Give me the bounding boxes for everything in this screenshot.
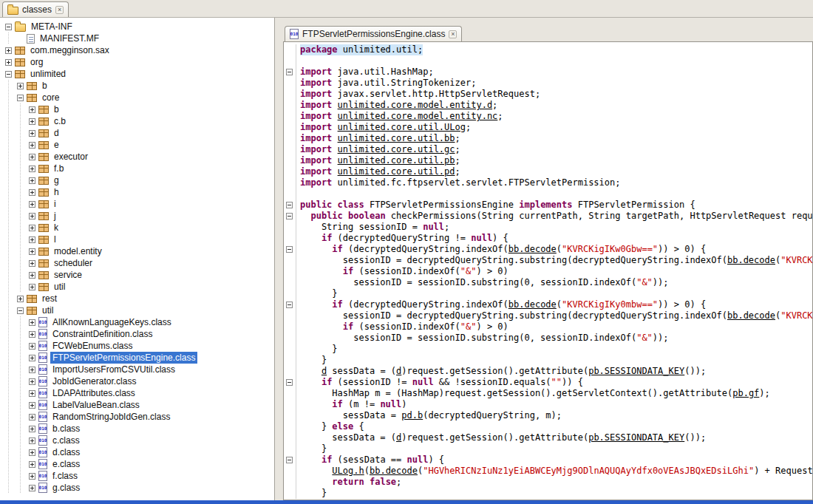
tree-item[interactable]: ConstraintDefinition.class <box>3 328 274 340</box>
expand-toggle-icon[interactable] <box>29 355 35 361</box>
tree-item[interactable]: d.class <box>3 446 274 458</box>
expand-toggle-icon[interactable] <box>29 473 35 480</box>
tree-item[interactable]: util <box>3 304 274 316</box>
tree-item[interactable]: g <box>3 174 274 186</box>
expand-toggle-icon[interactable] <box>29 106 35 113</box>
tree-item[interactable]: service <box>3 269 274 281</box>
expand-toggle-icon[interactable] <box>29 118 35 125</box>
code-hyperlink[interactable]: unlimited.core.model.entity.nc <box>338 111 498 121</box>
expand-toggle-icon[interactable] <box>29 390 35 397</box>
tree-item-label[interactable]: FTPServletPermissionsEngine.class <box>50 352 197 364</box>
tree-item[interactable]: FTPServletPermissionsEngine.class <box>3 352 274 364</box>
tree-item[interactable]: JobIdGenerator.class <box>3 375 274 387</box>
tree-item[interactable]: g.class <box>3 482 274 494</box>
tree-item-label[interactable]: c.class <box>50 435 82 446</box>
tree-item-label[interactable]: ConstraintDefinition.class <box>50 328 154 340</box>
code-hyperlink[interactable]: bb.decode <box>508 244 557 254</box>
tree-item-label[interactable]: b <box>40 80 50 92</box>
tree-item[interactable]: h <box>3 186 274 198</box>
tree-item-label[interactable]: executor <box>52 151 90 163</box>
tree-item-label[interactable]: model.entity <box>52 245 104 257</box>
code-hyperlink[interactable]: ULog.h <box>332 466 364 476</box>
expand-toggle-icon[interactable] <box>29 130 35 137</box>
tree-item-label[interactable]: j <box>52 210 58 222</box>
expand-toggle-icon[interactable] <box>29 272 35 279</box>
tree-item[interactable]: b <box>3 80 274 92</box>
tree-item-label[interactable]: scheduler <box>52 257 95 269</box>
expand-toggle-icon[interactable] <box>29 437 35 444</box>
package-explorer-tree[interactable]: META-INFMANIFEST.MFcom.megginson.saxorgu… <box>0 18 275 500</box>
code-hyperlink[interactable]: pb.SESSIONDATA_KEY <box>588 432 684 443</box>
code-hyperlink[interactable]: unlimited.core.util.gc <box>338 144 455 154</box>
expand-toggle-icon[interactable] <box>29 343 35 350</box>
expand-toggle-icon[interactable] <box>29 402 35 409</box>
decompiled-source-view[interactable]: package unlimited.util;import java.util.… <box>283 42 813 500</box>
expand-toggle-icon[interactable] <box>29 378 35 385</box>
code-hyperlink[interactable]: bb.decode <box>370 466 418 476</box>
tree-item-label[interactable]: com.megginson.sax <box>28 44 112 56</box>
split-handle[interactable] <box>275 18 283 500</box>
tree-item-label[interactable]: unlimited <box>28 68 68 80</box>
tree-item[interactable]: ImportUsersFromCSVUtil.class <box>3 364 274 375</box>
tree-item-label[interactable]: core <box>40 92 61 103</box>
tree-item[interactable]: c.class <box>3 435 274 446</box>
expand-toggle-icon[interactable] <box>29 367 35 373</box>
expand-toggle-icon[interactable] <box>29 414 35 420</box>
code-hyperlink[interactable]: bb.decode <box>508 299 557 310</box>
tree-item-label[interactable]: f.b <box>52 163 66 174</box>
tree-item[interactable]: e.class <box>3 458 274 470</box>
expand-toggle-icon[interactable] <box>29 485 35 491</box>
tree-item-label[interactable]: util <box>40 304 55 316</box>
fold-collapse-icon[interactable] <box>286 379 293 386</box>
expand-toggle-icon[interactable] <box>29 189 35 196</box>
tree-item-label[interactable]: i <box>52 198 58 210</box>
tree-item-label[interactable]: d.class <box>50 446 82 458</box>
tree-item-label[interactable]: f.class <box>50 470 80 482</box>
tree-item[interactable]: FCWebEnums.class <box>3 340 274 352</box>
tree-item[interactable]: unlimited <box>3 68 274 80</box>
expand-toggle-icon[interactable] <box>29 154 35 160</box>
code-hyperlink[interactable]: pb.gf <box>732 388 759 398</box>
tree-item[interactable]: i <box>3 198 274 210</box>
code-hyperlink[interactable]: pd.b <box>401 410 423 420</box>
tree-item[interactable]: b.class <box>3 423 274 435</box>
expand-toggle-icon[interactable] <box>29 248 35 255</box>
expand-toggle-icon[interactable] <box>29 213 35 219</box>
expand-toggle-icon[interactable] <box>29 426 35 432</box>
tab-ftpservletpermissionsengine-class[interactable]: FTPServletPermissionsEngine.class × <box>285 26 462 41</box>
tree-item-label[interactable]: b <box>52 103 61 115</box>
code-hyperlink[interactable]: unlimited.core.util.pd <box>338 166 455 177</box>
expand-toggle-icon[interactable] <box>29 449 35 456</box>
tree-item[interactable]: j <box>3 210 274 222</box>
tree-item[interactable]: LDAPAttributes.class <box>3 387 274 399</box>
tree-item-label[interactable]: k <box>52 222 61 234</box>
tree-item-label[interactable]: l <box>52 234 58 245</box>
collapse-toggle-icon[interactable] <box>5 71 12 78</box>
tree-item-label[interactable]: FCWebEnums.class <box>50 340 135 352</box>
collapse-toggle-icon[interactable] <box>5 24 12 30</box>
tree-item-label[interactable]: e.class <box>50 458 82 470</box>
fold-collapse-icon[interactable] <box>286 457 293 463</box>
tree-item-label[interactable]: JobIdGenerator.class <box>50 375 138 387</box>
tree-item[interactable]: executor <box>3 151 274 163</box>
tree-item-label[interactable]: service <box>52 269 84 281</box>
tree-item[interactable]: model.entity <box>3 245 274 257</box>
expand-toggle-icon[interactable] <box>29 284 35 290</box>
close-tab-icon[interactable]: × <box>55 6 64 14</box>
tree-item[interactable]: AllKnownLanguageKeys.class <box>3 316 274 328</box>
close-tab-icon[interactable]: × <box>449 30 457 38</box>
tree-item[interactable]: f.b <box>3 163 274 174</box>
tree-item-label[interactable]: RandomStringJobIdGen.class <box>50 411 172 423</box>
tree-item-label[interactable]: rest <box>40 293 59 304</box>
expand-toggle-icon[interactable] <box>5 47 12 54</box>
tree-item-label[interactable]: g <box>52 174 61 186</box>
tree-item[interactable]: l <box>3 234 274 245</box>
code-hyperlink[interactable]: bb.decode <box>727 255 775 265</box>
tree-item-label[interactable]: META-INF <box>29 21 75 33</box>
expand-toggle-icon[interactable] <box>29 177 35 184</box>
tree-item[interactable]: org <box>3 56 274 68</box>
fold-collapse-icon[interactable] <box>286 246 293 253</box>
fold-collapse-icon[interactable] <box>286 302 293 308</box>
tree-item[interactable]: k <box>3 222 274 234</box>
expand-toggle-icon[interactable] <box>29 236 35 243</box>
